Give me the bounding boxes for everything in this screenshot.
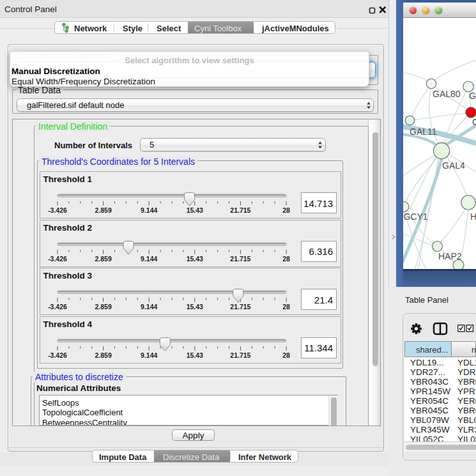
svg-text:GAL11: GAL11	[410, 127, 437, 137]
svg-text:HIS5: HIS5	[470, 211, 476, 222]
svg-text:GAL4: GAL4	[442, 160, 465, 171]
svg-text:CY: CY	[472, 117, 476, 127]
svg-text:HAP2: HAP2	[438, 251, 462, 261]
svg-text:GAL7: GAL7	[469, 91, 476, 101]
svg-text:GAL80: GAL80	[433, 89, 461, 99]
svg-text:GCY1: GCY1	[404, 211, 428, 222]
